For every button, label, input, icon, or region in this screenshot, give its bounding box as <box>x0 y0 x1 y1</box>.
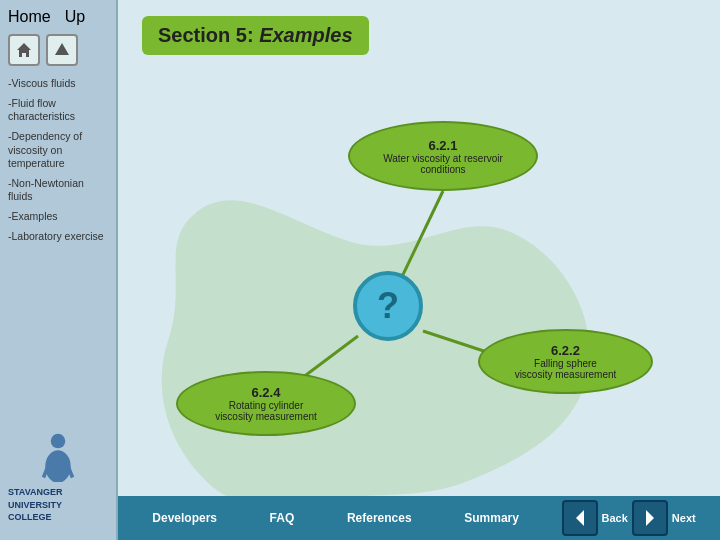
logo-line2: UNIVERSITY <box>8 499 108 512</box>
node-624-title: 6.2.4 <box>252 385 281 400</box>
svg-point-2 <box>51 434 66 449</box>
logo-area: STAVANGER UNIVERSITY COLLEGE <box>0 420 116 532</box>
back-arrow-icon <box>570 508 590 528</box>
section-header: Section 5: Examples <box>142 16 369 55</box>
svg-marker-1 <box>55 43 69 55</box>
back-next-area: Back Next <box>562 500 696 536</box>
node-621-title: 6.2.1 <box>429 138 458 153</box>
node-624-desc2: viscosity measurement <box>215 411 317 422</box>
logo-line3: COLLEGE <box>8 511 108 524</box>
node-621-desc1: Water viscosity at reservoir <box>383 153 503 164</box>
header-prefix: Section 5: <box>158 24 259 46</box>
back-button[interactable] <box>562 500 598 536</box>
person-icon <box>38 432 78 482</box>
next-label: Next <box>672 512 696 524</box>
svg-marker-0 <box>17 43 31 57</box>
node-621-desc2: conditions <box>420 164 465 175</box>
nav-items-container: -Viscous fluids-Fluid flow characteristi… <box>0 74 116 246</box>
faq-button[interactable]: FAQ <box>260 507 305 529</box>
header-area: Section 5: Examples <box>118 0 720 71</box>
svg-marker-11 <box>646 510 654 526</box>
home-up-labels: Home Up <box>0 8 116 30</box>
question-mark: ? <box>377 285 399 327</box>
sidebar-item-non-newtonian[interactable]: -Non-Newtonian fluids <box>0 174 116 207</box>
next-button[interactable] <box>632 500 668 536</box>
question-circle[interactable]: ? <box>353 271 423 341</box>
next-arrow-icon <box>640 508 660 528</box>
node-622-title: 6.2.2 <box>551 343 580 358</box>
node-621[interactable]: 6.2.1 Water viscosity at reservoir condi… <box>348 121 538 191</box>
back-label: Back <box>602 512 628 524</box>
logo-line1: STAVANGER <box>8 486 108 499</box>
node-624-desc1: Rotating cylinder <box>229 400 303 411</box>
home-up-bar <box>0 30 116 74</box>
home-button[interactable] <box>8 34 40 66</box>
up-label: Up <box>65 8 85 26</box>
node-622-desc1: Falling sphere <box>534 358 597 369</box>
developers-button[interactable]: Developers <box>142 507 227 529</box>
sidebar-item-laboratory[interactable]: -Laboratory exercise <box>0 227 116 247</box>
bottom-nav-bar: Developers FAQ References Summary Back N… <box>118 496 720 540</box>
diagram-area: 6.2.1 Water viscosity at reservoir condi… <box>118 71 720 531</box>
header-title: Examples <box>259 24 352 46</box>
node-624[interactable]: 6.2.4 Rotating cylinder viscosity measur… <box>176 371 356 436</box>
node-622[interactable]: 6.2.2 Falling sphere viscosity measureme… <box>478 329 653 394</box>
main-content: Section 5: Examples 6.2.1 Water viscosit… <box>118 0 720 540</box>
sidebar: Home Up -Viscous fluids-Fluid flow chara… <box>0 0 118 540</box>
summary-button[interactable]: Summary <box>454 507 529 529</box>
references-button[interactable]: References <box>337 507 422 529</box>
node-622-desc2: viscosity measurement <box>515 369 617 380</box>
svg-marker-10 <box>576 510 584 526</box>
up-arrow-icon <box>53 41 71 59</box>
home-icon <box>15 41 33 59</box>
sidebar-item-examples[interactable]: -Examples <box>0 207 116 227</box>
sidebar-item-dependency-viscosity[interactable]: -Dependency of viscosity on temperature <box>0 127 116 174</box>
sidebar-item-fluid-flow[interactable]: -Fluid flow characteristics <box>0 94 116 127</box>
up-button[interactable] <box>46 34 78 66</box>
sidebar-item-viscous-fluids[interactable]: -Viscous fluids <box>0 74 116 94</box>
home-label: Home <box>8 8 51 26</box>
